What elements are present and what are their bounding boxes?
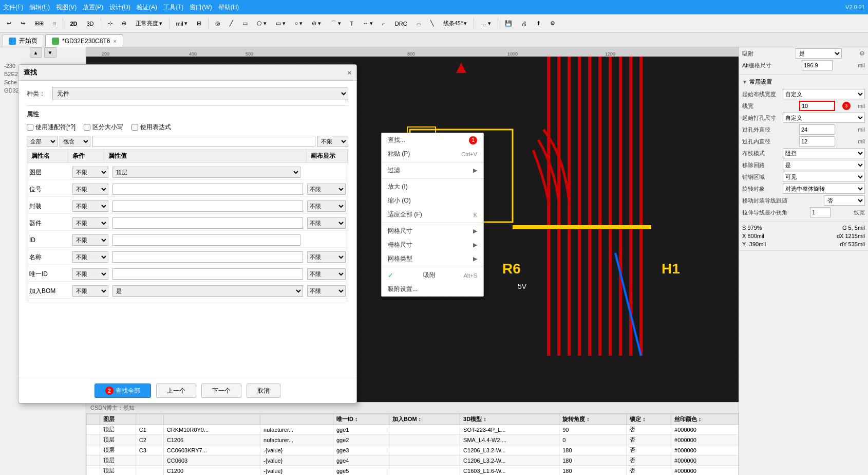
- col-rot-sort[interactable]: 旋转角度 ↕: [559, 414, 627, 425]
- cb-expr-input[interactable]: [131, 124, 138, 131]
- rp-via-inner-input[interactable]: [799, 136, 835, 147]
- export-icon[interactable]: ⬆: [533, 17, 544, 30]
- attr-display-uid[interactable]: 不限: [307, 268, 346, 280]
- mode-3d[interactable]: 3D: [83, 17, 97, 30]
- drc-btn[interactable]: DRC: [391, 17, 411, 30]
- cm-snap-settings[interactable]: 吸附设置...: [382, 282, 483, 296]
- mode-2d[interactable]: 2D: [66, 17, 81, 30]
- save-icon[interactable]: 💾: [501, 17, 516, 30]
- attr-val-uid[interactable]: [112, 268, 303, 280]
- place-dim[interactable]: ↔ ▾: [359, 17, 376, 30]
- rp-min-corner-input[interactable]: [810, 207, 831, 217]
- filter-condition-select[interactable]: 包含: [60, 136, 90, 147]
- undo-icon[interactable]: ↩: [3, 17, 15, 30]
- cancel-button[interactable]: 取消: [247, 383, 280, 398]
- rp-via-outer-input[interactable]: [799, 124, 835, 135]
- attr-display-ref[interactable]: 不限: [307, 184, 346, 195]
- rp-routing-mode-select[interactable]: 阻挡: [783, 148, 865, 158]
- cm-zoom-in[interactable]: 放大 (I): [382, 180, 483, 194]
- grid-view[interactable]: ⊞: [193, 17, 205, 30]
- collapse-arrow[interactable]: ▼: [742, 79, 747, 85]
- tab-pcb[interactable]: *GD32E230C8T6 ×: [45, 34, 123, 47]
- rp-copper-area-select[interactable]: 可见: [783, 172, 865, 182]
- attr-val-id[interactable]: [112, 234, 300, 246]
- tab-home[interactable]: 开始页: [2, 34, 44, 47]
- attr-val-device[interactable]: [112, 217, 303, 229]
- attr-display-device[interactable]: 不限: [307, 217, 346, 229]
- search-all-button[interactable]: 2 查找全部: [95, 383, 151, 398]
- redo-icon[interactable]: ↪: [17, 17, 29, 30]
- unit-select[interactable]: mil ▾: [173, 17, 191, 30]
- table-row[interactable]: 顶层 CC0603 -{value} gge4 C1206_L3.2-W... …: [87, 455, 739, 466]
- cb-case[interactable]: 区分大小写: [84, 123, 123, 132]
- attr-display-name[interactable]: 不限: [307, 251, 346, 263]
- attr-val-bom[interactable]: 是: [112, 285, 303, 297]
- place-corner[interactable]: ⌐: [379, 17, 389, 30]
- attr-val-layer[interactable]: 顶层: [112, 167, 300, 178]
- rp-remove-loop-select[interactable]: 是: [783, 160, 865, 170]
- menu-file[interactable]: 文件(F): [3, 3, 23, 12]
- settings-icon[interactable]: ⚙: [546, 17, 559, 30]
- menu-tools[interactable]: 工具(T): [163, 3, 183, 12]
- attr-cond-bom[interactable]: 不限: [72, 285, 108, 297]
- place-trace[interactable]: ╱: [226, 17, 237, 30]
- cm-fit-all[interactable]: 适应全部 (F) K: [382, 208, 483, 222]
- menu-view[interactable]: 视图(V): [56, 3, 77, 12]
- cb-case-input[interactable]: [84, 124, 90, 131]
- attr-display-pkg[interactable]: 不限: [307, 200, 346, 212]
- attr-val-ref[interactable]: [112, 184, 303, 195]
- cm-paste[interactable]: 粘贴 (P) Ctrl+V: [382, 147, 483, 161]
- cm-grid-type[interactable]: 网格类型 ▶: [382, 252, 483, 266]
- place-cutout[interactable]: ⊘ ▾: [308, 17, 325, 30]
- place-rect[interactable]: ▭: [239, 17, 251, 30]
- filter-scope-select[interactable]: 全部: [27, 136, 58, 147]
- cb-wildcard-input[interactable]: [27, 124, 33, 131]
- attr-cond-ref[interactable]: 不限: [72, 184, 108, 195]
- rp-alt-grid-input[interactable]: [802, 60, 833, 70]
- menu-window[interactable]: 窗口(W): [190, 3, 212, 12]
- table-row[interactable]: 顶层 C1 CRKM10R0Y0... nufacturer... gge1 S…: [87, 425, 739, 435]
- place-ellipse[interactable]: ○ ▾: [291, 17, 307, 30]
- line-tool[interactable]: ╲: [427, 17, 438, 30]
- place-text[interactable]: T: [347, 17, 357, 30]
- col-uid-sort[interactable]: 唯一ID ↕: [333, 414, 389, 425]
- attr-cond-layer[interactable]: 不限: [72, 167, 108, 178]
- cm-snap-size[interactable]: 栅格尺寸 ▶: [382, 238, 483, 252]
- filter-display-select[interactable]: 不限: [317, 136, 348, 147]
- attr-cond-name[interactable]: 不限: [72, 251, 108, 263]
- col-bom-sort[interactable]: 加入BOM ↕: [389, 414, 460, 425]
- cb-wildcard[interactable]: 使用通配符[*?]: [27, 123, 76, 132]
- move-tool[interactable]: ⊕: [118, 17, 130, 30]
- tab-close-icon[interactable]: ×: [113, 38, 116, 44]
- prev-button[interactable]: 上一个: [156, 383, 196, 398]
- cm-find[interactable]: 查找... 1: [382, 133, 483, 147]
- place-via[interactable]: ◎: [212, 17, 224, 30]
- rp-move-pkg-select[interactable]: 否: [824, 195, 865, 206]
- menu-place[interactable]: 放置(P): [83, 3, 103, 12]
- col-3dmodel-sort[interactable]: 3D模型 ↕: [460, 414, 559, 425]
- col-color-sort[interactable]: 丝印颜色 ↕: [671, 414, 739, 425]
- attr-val-name[interactable]: [112, 251, 303, 263]
- cm-grid-size[interactable]: 网格尺寸 ▶: [382, 224, 483, 238]
- place-shape[interactable]: ▭ ▾: [272, 17, 289, 30]
- list-icon[interactable]: ≡: [49, 17, 60, 30]
- menu-design[interactable]: 设计(D): [109, 3, 130, 12]
- rp-start-hole-select[interactable]: 自定义: [783, 113, 865, 123]
- col-lock-sort[interactable]: 锁定 ↕: [627, 414, 671, 425]
- filter-value-input[interactable]: [92, 136, 315, 147]
- nav-down[interactable]: ▼: [44, 47, 56, 58]
- table-row[interactable]: 顶层 C3 CC0603KRY7... -{value} gge3 C1206_…: [87, 445, 739, 455]
- attr-cond-device[interactable]: 不限: [72, 217, 108, 229]
- menu-edit[interactable]: 编辑(E): [29, 3, 50, 12]
- print-icon[interactable]: 🖨: [518, 17, 531, 30]
- menu-help[interactable]: 帮助(H): [218, 3, 239, 12]
- more-tools[interactable]: … ▾: [477, 17, 495, 30]
- place-arc[interactable]: ⌒ ▾: [327, 17, 345, 30]
- place-poly[interactable]: ⬠ ▾: [253, 17, 270, 30]
- kind-select[interactable]: 元件: [52, 87, 348, 100]
- menu-verify[interactable]: 验证(A): [137, 3, 157, 12]
- rp-snap-gear[interactable]: ⚙: [859, 50, 865, 57]
- attr-val-pkg[interactable]: [112, 200, 303, 212]
- rp-rotate-select[interactable]: 对选中整体旋转: [783, 184, 865, 194]
- attr-cond-id[interactable]: 不限: [72, 234, 108, 246]
